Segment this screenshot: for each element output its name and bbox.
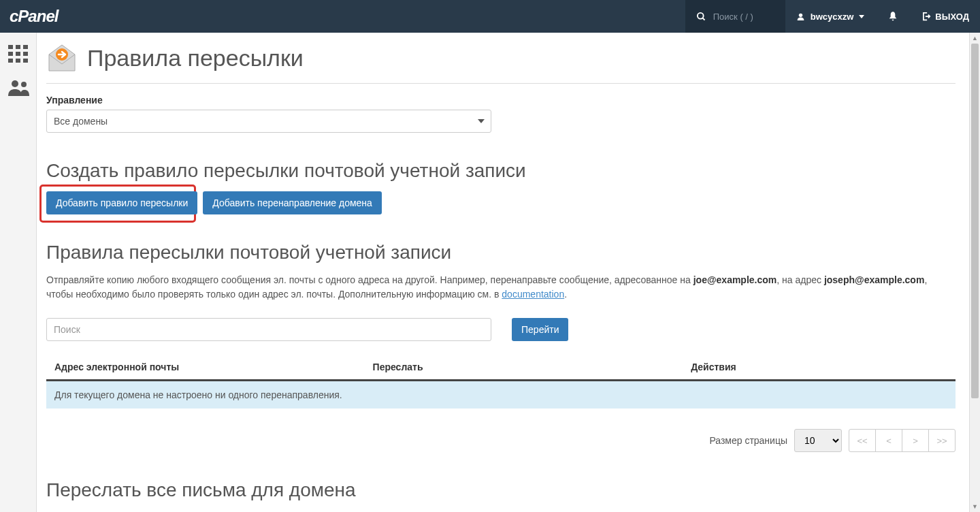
rules-section-title: Правила пересылки почтовой учетной запис… xyxy=(46,242,956,263)
svg-rect-9 xyxy=(8,59,13,63)
svg-line-1 xyxy=(702,18,704,20)
vertical-scrollbar[interactable]: ▲ ▼ xyxy=(969,33,980,512)
scrollbar-up-arrow[interactable]: ▲ xyxy=(970,33,980,44)
pager-first-button[interactable]: << xyxy=(849,429,876,452)
col-email: Адрес электронной почты xyxy=(46,355,365,381)
svg-point-12 xyxy=(12,80,18,87)
svg-rect-6 xyxy=(8,52,13,56)
svg-rect-3 xyxy=(8,45,13,49)
pager-last-button[interactable]: >> xyxy=(928,429,956,452)
page-title: Правила пересылки xyxy=(87,45,304,71)
table-empty-row: Для текущего домена не настроено ни одно… xyxy=(46,381,956,409)
nav-username: bwcycxzw xyxy=(811,12,854,22)
top-navbar: cPanel bwcycxzw ВЫХОД xyxy=(0,0,980,33)
svg-rect-10 xyxy=(16,59,20,63)
svg-point-2 xyxy=(799,13,802,16)
nav-search-box[interactable] xyxy=(685,0,785,33)
logout-label: ВЫХОД xyxy=(935,12,969,22)
sidebar-apps-icon[interactable] xyxy=(8,45,29,63)
caret-down-icon xyxy=(859,15,864,18)
pager-prev-button[interactable]: < xyxy=(875,429,902,452)
main-layout: Правила пересылки Управление Все домены … xyxy=(0,33,980,512)
cpanel-logo[interactable]: cPanel xyxy=(10,7,58,26)
svg-rect-7 xyxy=(16,52,20,56)
page-size-select[interactable]: 10 xyxy=(794,429,842,452)
domain-forward-title: Переслать все письма для домена xyxy=(46,479,956,501)
forwarders-table: Адрес электронной почты Переслать Действ… xyxy=(46,355,956,409)
nav-notifications[interactable] xyxy=(875,0,911,33)
scrollbar-down-arrow[interactable]: ▼ xyxy=(970,501,980,512)
add-domain-forwarder-button[interactable]: Добавить перенаправление домена xyxy=(203,191,382,214)
domain-select[interactable]: Все домены xyxy=(46,110,491,133)
svg-point-13 xyxy=(21,82,27,87)
documentation-link[interactable]: documentation xyxy=(502,289,564,300)
pager-next-button[interactable]: > xyxy=(902,429,929,452)
nav-user-menu[interactable]: bwcycxzw xyxy=(785,0,876,33)
forwarder-search-input[interactable] xyxy=(46,318,491,341)
nav-search-input[interactable] xyxy=(713,12,774,22)
search-go-button[interactable]: Перейти xyxy=(512,318,568,341)
rules-description: Отправляйте копию любого входящего сообщ… xyxy=(46,273,956,302)
svg-point-0 xyxy=(698,12,704,18)
navbar-right: bwcycxzw ВЫХОД xyxy=(685,0,980,33)
navbar-left: cPanel xyxy=(0,7,58,26)
svg-rect-11 xyxy=(23,59,28,63)
sidebar-users-icon[interactable] xyxy=(8,79,29,97)
nav-logout-button[interactable]: ВЫХОД xyxy=(911,0,980,33)
add-forwarder-button[interactable]: Добавить правило пересылки xyxy=(46,191,197,214)
search-icon xyxy=(696,12,706,22)
manage-label: Управление xyxy=(46,95,956,106)
search-row: Перейти xyxy=(46,318,956,341)
page-header: Правила пересылки xyxy=(46,42,956,84)
scrollbar-thumb[interactable] xyxy=(971,44,979,398)
logout-icon xyxy=(921,12,931,21)
page-size-label: Размер страницы xyxy=(709,435,787,446)
main-content: Правила пересылки Управление Все домены … xyxy=(37,33,969,512)
sidebar xyxy=(0,33,37,512)
col-forward: Переслать xyxy=(365,355,683,381)
pagination-row: Размер страницы 10 << < > >> xyxy=(46,429,956,452)
svg-rect-8 xyxy=(23,52,28,56)
col-actions: Действия xyxy=(683,355,956,381)
empty-message: Для текущего домена не настроено ни одно… xyxy=(46,381,956,409)
bell-icon xyxy=(887,11,898,22)
create-buttons-row: Добавить правило пересылки Добавить пере… xyxy=(46,191,956,214)
create-section-title: Создать правило пересылки почтовой учетн… xyxy=(46,160,956,182)
svg-rect-4 xyxy=(16,45,20,49)
forwarder-envelope-icon xyxy=(46,42,78,74)
pager: << < > >> xyxy=(849,429,956,452)
manage-section: Управление Все домены xyxy=(46,95,956,133)
svg-rect-5 xyxy=(23,45,28,49)
user-icon xyxy=(796,12,805,21)
